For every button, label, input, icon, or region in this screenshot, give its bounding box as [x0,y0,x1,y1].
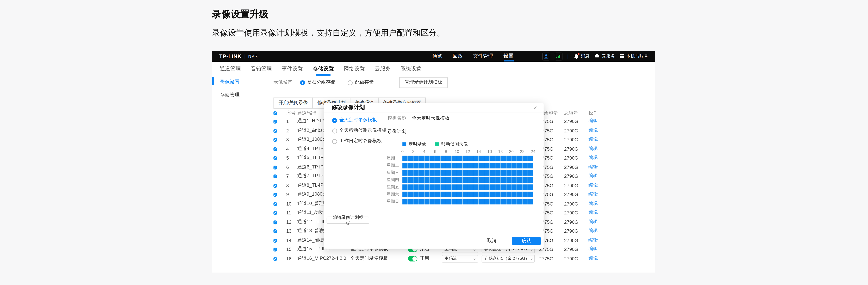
edit-link[interactable]: 编辑 [588,255,609,262]
schedule-cell[interactable] [485,170,489,175]
edit-link[interactable]: 编辑 [588,200,609,207]
schedule-cell[interactable] [413,199,418,204]
edit-link[interactable]: 编辑 [588,182,609,189]
schedule-cell[interactable] [402,156,407,161]
schedule-cell[interactable] [413,184,418,190]
schedule-cell[interactable] [495,177,500,182]
schedule-cell[interactable] [468,170,473,175]
schedule-cell[interactable] [413,156,418,161]
schedule-cell[interactable] [528,184,533,190]
schedule-cell[interactable] [479,177,484,182]
schedule-bar[interactable] [402,177,533,182]
schedule-cell[interactable] [430,177,435,182]
edit-link[interactable]: 编辑 [588,228,609,234]
schedule-cell[interactable] [501,177,506,182]
schedule-cell[interactable] [473,184,478,190]
schedule-bar[interactable] [402,156,533,161]
schedule-cell[interactable] [413,163,418,168]
edit-link[interactable]: 编辑 [588,191,609,198]
schedule-cell[interactable] [490,177,495,182]
schedule-cell[interactable] [408,170,413,175]
row-checkbox[interactable]: ✓ [273,183,277,188]
schedule-cell[interactable] [523,184,528,190]
schedule-cell[interactable] [517,170,522,175]
subnav-network-settings[interactable]: 网络设置 [344,65,365,72]
schedule-cell[interactable] [430,199,435,204]
schedule-cell[interactable] [517,156,522,161]
schedule-cell[interactable] [528,170,533,175]
schedule-cell[interactable] [517,184,522,190]
schedule-cell[interactable] [501,199,506,204]
schedule-cell[interactable] [457,184,462,190]
schedule-cell[interactable] [506,170,511,175]
schedule-cell[interactable] [501,156,506,161]
schedule-cell[interactable] [424,156,429,161]
schedule-cell[interactable] [490,163,495,168]
schedule-cell[interactable] [452,156,457,161]
schedule-cell[interactable] [419,184,424,190]
record-toggle[interactable] [408,256,417,261]
edit-template-button[interactable]: 编辑录像计划模板 [327,217,369,224]
schedule-bar[interactable] [402,184,533,190]
row-checkbox[interactable]: ✓ [273,238,277,243]
schedule-bar[interactable] [402,192,533,197]
row-checkbox[interactable]: ✓ [273,211,277,215]
schedule-cell[interactable] [435,170,440,175]
row-checkbox[interactable]: ✓ [273,202,277,206]
subnav-cloud-service[interactable]: 云服务 [375,65,391,72]
schedule-cell[interactable] [517,199,522,204]
user-icon[interactable] [542,52,550,60]
sidebar-item-storage-mgmt[interactable]: 存储管理 [212,89,266,102]
schedule-cell[interactable] [452,163,457,168]
schedule-cell[interactable] [501,192,506,197]
schedule-cell[interactable] [430,192,435,197]
schedule-cell[interactable] [495,163,500,168]
schedule-cell[interactable] [485,192,489,197]
schedule-cell[interactable] [523,156,528,161]
edit-link[interactable]: 编辑 [588,246,609,253]
schedule-cell[interactable] [479,163,484,168]
schedule-cell[interactable] [473,199,478,204]
schedule-cell[interactable] [490,192,495,197]
schedule-cell[interactable] [441,184,445,190]
row-checkbox[interactable]: ✓ [273,193,277,197]
schedule-cell[interactable] [435,199,440,204]
schedule-cell[interactable] [506,192,511,197]
row-checkbox[interactable]: ✓ [273,138,277,142]
schedule-bar[interactable] [402,163,533,168]
schedule-cell[interactable] [446,192,451,197]
schedule-cell[interactable] [490,199,495,204]
schedule-cell[interactable] [457,192,462,197]
schedule-cell[interactable] [490,170,495,175]
schedule-cell[interactable] [446,156,451,161]
template-option-all-day-motion[interactable]: 全天移动侦测录像模板 [332,127,386,134]
schedule-cell[interactable] [468,192,473,197]
schedule-cell[interactable] [441,192,445,197]
schedule-cell[interactable] [523,199,528,204]
schedule-cell[interactable] [473,156,478,161]
schedule-cell[interactable] [452,199,457,204]
row-checkbox[interactable]: ✓ [273,147,277,151]
schedule-cell[interactable] [424,177,429,182]
template-option-workday-timed[interactable]: 工作日定时录像模板 [332,138,386,144]
schedule-cell[interactable] [501,163,506,168]
row-checkbox[interactable]: ✓ [273,165,277,169]
topnav-preview[interactable]: 预览 [432,51,442,61]
schedule-cell[interactable] [473,170,478,175]
schedule-cell[interactable] [495,184,500,190]
schedule-cell[interactable] [523,177,528,182]
row-checkbox[interactable]: ✓ [273,229,277,233]
edit-link[interactable]: 编辑 [588,127,609,134]
schedule-cell[interactable] [463,170,467,175]
schedule-cell[interactable] [528,177,533,182]
schedule-cell[interactable] [408,184,413,190]
schedule-cell[interactable] [446,170,451,175]
edit-link[interactable]: 编辑 [588,219,609,225]
schedule-cell[interactable] [408,156,413,161]
schedule-cell[interactable] [435,156,440,161]
schedule-cell[interactable] [506,199,511,204]
topnav-file-management[interactable]: 文件管理 [473,51,493,61]
schedule-cell[interactable] [479,156,484,161]
schedule-cell[interactable] [419,156,424,161]
schedule-cell[interactable] [495,199,500,204]
